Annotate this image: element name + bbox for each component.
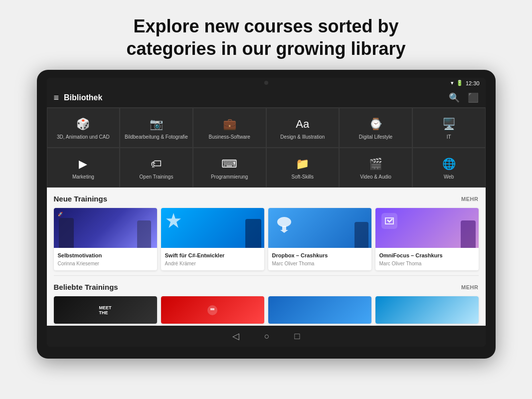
- category-grid: 🎲 3D, Animation und CAD 📷 Bildbearbeitun…: [47, 108, 486, 188]
- status-icons: ▾ 🔋 12:30: [451, 80, 480, 86]
- tablet-device: ▾ 🔋 12:30 ≡ Bibliothek 🔍 ⬛ 🎲 3D, Animati…: [37, 70, 496, 359]
- it-category-label: IT: [447, 134, 451, 140]
- softskills-category-label: Soft-Skills: [292, 174, 314, 180]
- beliebte-course-card[interactable]: [161, 296, 264, 324]
- prog-category-icon: ⌨: [221, 158, 237, 171]
- category-video[interactable]: 🎬 Video & Audio: [339, 148, 412, 188]
- app-header: ≡ Bibliothek 🔍 ⬛: [47, 88, 486, 108]
- header-right: 🔍 ⬛: [449, 92, 479, 103]
- course-card[interactable]: Dropbox – Crashkurs Marc Oliver Thoma: [268, 208, 371, 270]
- course-title: Selbstmotivation: [58, 252, 153, 259]
- marketing-category-label: Marketing: [72, 174, 94, 180]
- it-category-icon: 🖥️: [442, 118, 456, 131]
- cast-icon[interactable]: ⬛: [468, 92, 479, 103]
- course-card[interactable]: Swift für C#-Entwickler André Krämer: [161, 208, 264, 270]
- photo-category-icon: 📷: [150, 118, 163, 131]
- category-open[interactable]: 🏷 Open Trainings: [120, 148, 193, 188]
- business-category-label: Business-Software: [208, 134, 250, 140]
- neue-trainings-more[interactable]: MEHR: [461, 196, 478, 202]
- category-photo[interactable]: 📷 Bildbearbeitung & Fotografie: [120, 108, 193, 148]
- photo-category-label: Bildbearbeitung & Fotografie: [125, 134, 188, 140]
- course-info: Selbstmotivation Corinna Kriesemer: [54, 248, 157, 270]
- course-author: André Krämer: [165, 261, 260, 266]
- beliebte-trainings-title: Beliebte Trainings: [54, 283, 118, 291]
- softskills-category-icon: 📁: [296, 158, 309, 171]
- tablet-camera: [264, 81, 268, 85]
- time-display: 12:30: [466, 80, 480, 86]
- video-category-label: Video & Audio: [360, 174, 391, 180]
- search-icon[interactable]: 🔍: [449, 92, 460, 103]
- svg-rect-1: [282, 226, 286, 230]
- 3d-category-label: 3D, Animation und CAD: [57, 134, 110, 140]
- neue-trainings-section: Neue Trainings MEHR 🚀 Selbstmotivation C…: [47, 188, 486, 275]
- beliebte-course-card[interactable]: MEETTHE: [54, 296, 157, 324]
- category-marketing[interactable]: ▶ Marketing: [47, 148, 120, 188]
- category-it[interactable]: 🖥️ IT: [412, 108, 486, 148]
- neue-trainings-header: Neue Trainings MEHR: [54, 195, 479, 203]
- hamburger-menu-button[interactable]: ≡: [54, 93, 59, 103]
- category-business[interactable]: 💼 Business-Software: [193, 108, 266, 148]
- app-title: Bibliothek: [64, 93, 102, 102]
- course-author: Marc Oliver Thoma: [272, 261, 367, 266]
- header-left: ≡ Bibliothek: [54, 93, 103, 103]
- open-category-icon: 🏷: [151, 158, 162, 171]
- digital-category-label: Digital Lifestyle: [359, 134, 392, 140]
- svg-marker-2: [280, 230, 288, 233]
- wifi-icon: ▾: [451, 80, 454, 86]
- business-category-icon: 💼: [223, 118, 236, 131]
- category-digital[interactable]: ⌚ Digital Lifestyle: [339, 108, 412, 148]
- beliebte-trainings-section: Beliebte Trainings MEHR MEETTHE: [47, 276, 486, 326]
- beliebte-trainings-more[interactable]: MEHR: [461, 284, 478, 290]
- course-info: Dropbox – Crashkurs Marc Oliver Thoma: [268, 248, 371, 270]
- digital-category-icon: ⌚: [369, 118, 382, 131]
- category-prog[interactable]: ⌨ Programmierung: [193, 148, 266, 188]
- design-category-label: Design & Illustration: [280, 134, 325, 140]
- marketing-category-icon: ▶: [79, 158, 87, 171]
- nav-bar: ◁ ○ □: [47, 326, 486, 347]
- course-info: Swift für C#-Entwickler André Krämer: [161, 248, 264, 270]
- video-category-icon: 🎬: [369, 158, 382, 171]
- neue-trainings-cards: 🚀 Selbstmotivation Corinna Kriesemer Swi…: [54, 208, 479, 270]
- svg-point-0: [277, 217, 291, 227]
- course-title: OmniFocus – Crashkurs: [379, 252, 475, 259]
- back-button[interactable]: ◁: [232, 331, 239, 342]
- course-author: Marc Oliver Thoma: [379, 261, 475, 266]
- beliebte-trainings-cards: MEETTHE: [54, 296, 479, 324]
- content-area: Neue Trainings MEHR 🚀 Selbstmotivation C…: [47, 188, 486, 326]
- beliebte-course-card[interactable]: [268, 296, 371, 324]
- web-category-icon: 🌐: [442, 158, 456, 171]
- beliebte-course-card[interactable]: [375, 296, 479, 324]
- course-author: Corinna Kriesemer: [58, 261, 153, 266]
- recents-button[interactable]: □: [295, 331, 300, 342]
- course-info: OmniFocus – Crashkurs Marc Oliver Thoma: [375, 248, 479, 270]
- 3d-category-icon: 🎲: [76, 118, 90, 131]
- category-design[interactable]: Aa Design & Illustration: [266, 108, 340, 148]
- tablet-screen: ▾ 🔋 12:30 ≡ Bibliothek 🔍 ⬛ 🎲 3D, Animati…: [47, 78, 486, 347]
- headline-line2: categories in our growing library: [126, 38, 405, 59]
- beliebte-trainings-header: Beliebte Trainings MEHR: [54, 283, 479, 291]
- category-web[interactable]: 🌐 Web: [412, 148, 486, 188]
- course-card[interactable]: 🚀 Selbstmotivation Corinna Kriesemer: [54, 208, 157, 270]
- svg-rect-3: [381, 213, 397, 229]
- prog-category-label: Programmierung: [211, 174, 248, 180]
- course-title: Dropbox – Crashkurs: [272, 252, 367, 259]
- web-category-label: Web: [444, 174, 454, 180]
- neue-trainings-title: Neue Trainings: [54, 195, 108, 203]
- headline-line1: Explore new courses sorted by: [133, 16, 398, 36]
- course-card[interactable]: OmniFocus – Crashkurs Marc Oliver Thoma: [375, 208, 479, 270]
- course-title: Swift für C#-Entwickler: [165, 252, 260, 259]
- page-headline: Explore new courses sorted by categories…: [86, 0, 445, 70]
- battery-icon: 🔋: [456, 80, 463, 86]
- design-category-icon: Aa: [296, 118, 309, 131]
- open-category-label: Open Trainings: [140, 174, 174, 180]
- home-button[interactable]: ○: [264, 331, 270, 342]
- category-softskills[interactable]: 📁 Soft-Skills: [266, 148, 340, 188]
- category-3d[interactable]: 🎲 3D, Animation und CAD: [47, 108, 120, 148]
